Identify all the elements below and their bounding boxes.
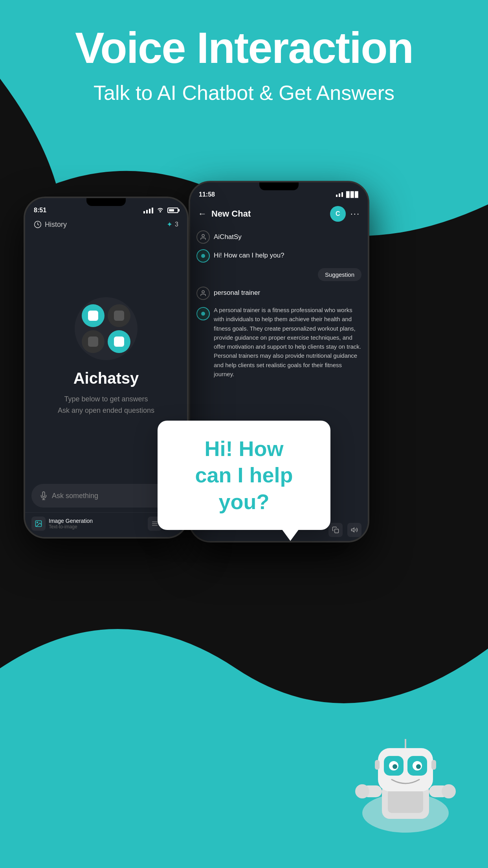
copy-action-icon[interactable] — [328, 523, 343, 537]
volume-action-icon[interactable] — [347, 523, 361, 537]
wifi-icon — [156, 207, 164, 214]
robot-svg — [343, 719, 468, 844]
bot-icon-greeting — [196, 249, 210, 263]
app-name-left: Aichatsy — [73, 370, 139, 387]
bot-icon-response — [196, 307, 210, 320]
svg-point-25 — [402, 733, 409, 739]
status-icons-left — [143, 207, 178, 214]
image-gen-sub: Text-to-image — [49, 524, 93, 530]
bubble-tail — [282, 529, 299, 541]
user-message-row: personal trainer — [196, 287, 361, 300]
svg-point-22 — [393, 764, 397, 769]
svg-rect-15 — [388, 789, 423, 813]
chat-title: New Chat — [211, 209, 325, 219]
bot-greeting-text: Hi! How can I help you? — [214, 249, 284, 259]
svg-rect-31 — [431, 760, 436, 770]
image-gen-label: Image Generation — [49, 518, 93, 524]
nav-bar-left: History ✦ 3 — [25, 217, 187, 234]
logo-bubble-br — [108, 330, 130, 353]
user-icon-label — [196, 230, 210, 244]
suggestion-button[interactable]: Suggestion — [318, 268, 361, 281]
clock-icon — [34, 221, 42, 228]
image-gen-text: Image Generation Text-to-image — [49, 518, 93, 530]
avatar-chat: C — [330, 206, 346, 222]
phone-notch-right — [259, 182, 299, 190]
bubble-line1: Hi! How — [177, 436, 311, 462]
image-gen-icon — [31, 517, 46, 531]
back-arrow-icon[interactable]: ← — [198, 209, 207, 219]
chat-label-row: AiChatSy — [196, 230, 361, 244]
bot-greeting-row: Hi! How can I help you? — [196, 249, 361, 263]
chat-header: ← New Chat C ··· — [190, 201, 368, 226]
page-title: Voice Interaction — [24, 24, 464, 72]
speech-bubble: Hi! How can I help you? — [158, 421, 330, 530]
svg-point-28 — [355, 784, 369, 798]
status-icons-right: ▊▊▊ — [336, 191, 359, 198]
bottom-nav-item-image[interactable]: Image Generation Text-to-image — [31, 517, 93, 531]
user-icon-msg — [196, 287, 210, 300]
suggestion-row: Suggestion — [196, 268, 361, 281]
time-left: 8:51 — [34, 207, 46, 214]
history-nav[interactable]: History — [34, 221, 67, 229]
header-section: Voice Interaction Talk to AI Chatbot & G… — [0, 24, 488, 107]
svg-rect-11 — [335, 529, 339, 533]
logo-container — [75, 297, 138, 360]
svg-point-10 — [202, 291, 204, 293]
input-placeholder-left[interactable]: Ask something — [52, 492, 156, 500]
time-right: 11:58 — [199, 191, 215, 198]
bubble-line3: you? — [177, 489, 311, 515]
bubble-line2: can I help — [177, 462, 311, 489]
app-desc-line2: Ask any open ended questions — [58, 405, 154, 416]
badge-count: 3 — [175, 221, 178, 228]
page-subtitle: Talk to AI Chatbot & Get Answers — [24, 80, 464, 107]
svg-rect-30 — [375, 760, 380, 770]
app-desc-line1: Type below to get answers — [64, 394, 148, 405]
badge-area: ✦ 3 — [167, 220, 178, 229]
battery-icon — [167, 208, 178, 213]
logo-bubble-tr — [108, 304, 130, 327]
more-options-icon[interactable]: ··· — [350, 209, 360, 219]
svg-marker-12 — [352, 528, 354, 532]
svg-point-5 — [37, 522, 38, 523]
bars-icon: ▊▊▊ — [346, 191, 359, 198]
sparkle-icon: ✦ — [167, 220, 172, 229]
logo-bubble-bl — [82, 330, 105, 353]
bubble-text: Hi! How can I help you? — [177, 436, 311, 515]
signal-icon-right — [336, 192, 343, 197]
phone-notch-left — [86, 198, 126, 206]
bot-response-row: A personal trainer is a fitness professi… — [196, 305, 361, 379]
bot-response-text: A personal trainer is a fitness professi… — [214, 305, 361, 379]
logo-grid — [82, 304, 130, 353]
mic-icon[interactable] — [39, 491, 48, 500]
history-label: History — [45, 221, 67, 229]
user-message-text: personal trainer — [214, 287, 260, 297]
aichatsy-label: AiChatSy — [214, 233, 242, 241]
signal-icon — [143, 208, 153, 213]
svg-point-23 — [416, 764, 421, 769]
logo-bubble-tl — [82, 304, 105, 327]
robot-container — [343, 719, 468, 844]
svg-point-29 — [442, 784, 456, 798]
svg-point-9 — [202, 234, 204, 237]
